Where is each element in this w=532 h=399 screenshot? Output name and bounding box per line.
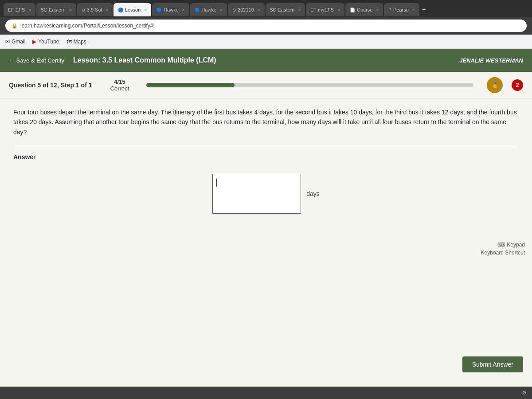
tab-course[interactable]: 📄 Course × bbox=[345, 3, 383, 16]
tab-close-efs[interactable]: × bbox=[28, 8, 31, 12]
question-body: Four tour buses depart the terminal on t… bbox=[0, 98, 532, 399]
tab-close-eastern2[interactable]: × bbox=[298, 8, 301, 12]
submit-button[interactable]: Submit Answer bbox=[462, 356, 523, 372]
tab-label-efs: EFS bbox=[16, 7, 25, 12]
tab-close-pearson[interactable]: × bbox=[412, 8, 415, 12]
tab-icon-eastern2: SC bbox=[270, 8, 276, 12]
address-field[interactable]: 🔒 learn.hawkeslearning.com/Portal/Lesson… bbox=[5, 20, 527, 32]
tab-label-eastern: Eastern bbox=[49, 7, 66, 12]
tab-myefs[interactable]: EF myEFS × bbox=[306, 3, 344, 16]
tab-hawke2[interactable]: 🔵 Hawke × bbox=[190, 3, 227, 16]
streak-badge: 2 bbox=[512, 79, 523, 91]
youtube-icon: ▶ bbox=[32, 39, 36, 45]
tab-label-hawke1: Hawke bbox=[164, 7, 179, 12]
tab-label-myefs: myEFS bbox=[318, 7, 334, 12]
tab-icon-course: 📄 bbox=[350, 8, 355, 12]
tab-label-course: Course bbox=[357, 7, 372, 12]
lesson-title: Lesson: 3.5 Least Common Multiple (LCM) bbox=[73, 56, 450, 64]
bookmark-label-youtube: YouTube bbox=[38, 39, 59, 45]
tab-2021[interactable]: ⊙ 202110 × bbox=[228, 3, 265, 16]
bookmark-gmail[interactable]: ✉ Gmail bbox=[5, 39, 25, 45]
score-value: 4/15 bbox=[114, 78, 125, 85]
bookmark-label-maps: Maps bbox=[74, 39, 86, 45]
main-content: ← Save & Exit Certify Lesson: 3.5 Least … bbox=[0, 49, 532, 399]
tab-label-lesson: Lesson bbox=[125, 7, 141, 12]
keyboard-shortcut-button[interactable]: Keyboard Shortcut bbox=[481, 250, 525, 256]
tab-icon-hawke1: 🔵 bbox=[156, 8, 162, 12]
streak-number: 2 bbox=[516, 82, 519, 88]
tab-label-eastern2: Eastern bbox=[278, 7, 295, 12]
bookmark-youtube[interactable]: ▶ YouTube bbox=[32, 39, 59, 45]
browser-chrome: EF EFS × SC Eastern × ⊙ 3.9 Sol × 🔵 Less… bbox=[0, 0, 532, 49]
text-cursor bbox=[216, 179, 217, 187]
lesson-header: ← Save & Exit Certify Lesson: 3.5 Least … bbox=[0, 49, 532, 72]
tab-pearson[interactable]: P Pearso × bbox=[384, 3, 419, 16]
tab-icon-eastern: SC bbox=[41, 8, 47, 12]
maps-icon: 🗺 bbox=[66, 39, 72, 45]
bookmarks-bar: ✉ Gmail ▶ YouTube 🗺 Maps bbox=[0, 35, 532, 49]
score-area: 4/15 Correct bbox=[106, 78, 133, 92]
divider bbox=[13, 146, 519, 146]
keypad-icon: ⌨ bbox=[497, 242, 505, 248]
answer-input-area: days bbox=[13, 174, 519, 214]
lock-icon: 🔒 bbox=[12, 23, 18, 29]
keypad-button[interactable]: ⌨ Keypad bbox=[497, 242, 525, 248]
tab-close-sol[interactable]: × bbox=[106, 8, 108, 12]
tab-close-2021[interactable]: × bbox=[258, 8, 260, 12]
status-icon: ⚙ bbox=[522, 390, 527, 396]
keypad-label: Keypad bbox=[507, 242, 525, 248]
address-text: learn.hawkeslearning.com/Portal/Lesson/l… bbox=[20, 23, 155, 29]
question-progress: Question 5 of 12, Step 1 of 1 bbox=[9, 82, 98, 89]
score-status: Correct bbox=[110, 85, 129, 92]
tab-sol[interactable]: ⊙ 3.9 Sol × bbox=[77, 3, 113, 16]
tab-efs[interactable]: EF EFS × bbox=[4, 3, 35, 16]
tab-label-2021: 202110 bbox=[238, 7, 254, 12]
gmail-icon: ✉ bbox=[5, 39, 10, 45]
progress-bar-area: Question 5 of 12, Step 1 of 1 4/15 Corre… bbox=[0, 72, 532, 98]
answer-label: Answer bbox=[13, 153, 519, 160]
tab-label-pearson: Pearso bbox=[393, 7, 409, 12]
address-bar: 🔒 learn.hawkeslearning.com/Portal/Lesson… bbox=[0, 17, 532, 35]
tab-icon-pearson: P bbox=[388, 8, 391, 12]
avatar: 🏅 bbox=[487, 77, 503, 93]
tab-lesson[interactable]: 🔵 Lesson × bbox=[113, 3, 151, 16]
tab-label-sol: 3.9 Sol bbox=[87, 7, 102, 12]
tab-close-hawke1[interactable]: × bbox=[182, 8, 185, 12]
keyboard-shortcut-label: Keyboard Shortcut bbox=[481, 250, 525, 256]
right-tools: ⌨ Keypad Keyboard Shortcut bbox=[481, 242, 525, 256]
tab-icon-hawke2: 🔵 bbox=[195, 8, 200, 12]
progress-track bbox=[146, 83, 473, 87]
tab-close-eastern[interactable]: × bbox=[69, 8, 72, 12]
save-exit-label: ← Save & Exit Certify bbox=[9, 57, 64, 64]
tab-close-course[interactable]: × bbox=[376, 8, 379, 12]
tab-close-myefs[interactable]: × bbox=[337, 8, 340, 12]
submit-area: Submit Answer bbox=[462, 356, 523, 372]
avatar-icon: 🏅 bbox=[492, 82, 498, 88]
tab-hawke1[interactable]: 🔵 Hawke × bbox=[152, 3, 189, 16]
tab-icon-2021: ⊙ bbox=[232, 8, 236, 12]
save-exit-button[interactable]: ← Save & Exit Certify bbox=[9, 57, 64, 64]
tab-icon-efs: EF bbox=[8, 8, 14, 12]
question-text: Four tour buses depart the terminal on t… bbox=[13, 107, 519, 137]
tab-label-hawke2: Hawke bbox=[202, 7, 217, 12]
bookmark-maps[interactable]: 🗺 Maps bbox=[66, 39, 86, 45]
status-bar: ⚙ bbox=[0, 387, 532, 399]
new-tab-button[interactable]: + bbox=[422, 6, 426, 14]
user-name: JENALIE WESTERMAN bbox=[459, 57, 523, 64]
days-unit-label: days bbox=[306, 190, 320, 197]
tab-eastern[interactable]: SC Eastern × bbox=[36, 3, 76, 16]
answer-input-box[interactable] bbox=[212, 174, 301, 214]
bookmark-label-gmail: Gmail bbox=[12, 39, 25, 45]
progress-fill bbox=[146, 83, 235, 87]
tab-eastern2[interactable]: SC Eastern × bbox=[266, 3, 305, 16]
tab-bar: EF EFS × SC Eastern × ⊙ 3.9 Sol × 🔵 Less… bbox=[0, 0, 532, 17]
tab-close-lesson[interactable]: × bbox=[144, 8, 147, 12]
tab-close-hawke2[interactable]: × bbox=[220, 8, 223, 12]
tab-icon-lesson: 🔵 bbox=[118, 8, 123, 12]
tab-icon-sol: ⊙ bbox=[82, 8, 85, 12]
tab-icon-myefs: EF bbox=[310, 8, 316, 12]
